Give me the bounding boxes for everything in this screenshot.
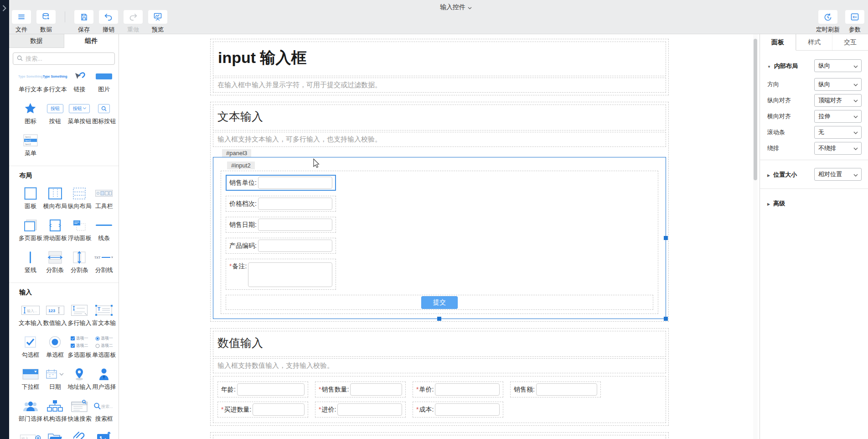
component-item[interactable]: 竖线 <box>18 250 43 274</box>
component-item[interactable]: TXT分割线 <box>92 250 116 274</box>
component-item[interactable]: 分割条 <box>43 250 67 274</box>
toolbar-button-undo[interactable]: 撤销 <box>99 10 118 34</box>
numeric-input[interactable] <box>435 383 500 396</box>
section-text-input[interactable]: 文本输入 输入框支持文本输入，可多行输入，也支持输入校验。 #panel3 #i… <box>210 102 669 322</box>
component-item[interactable]: 搜索...搜索框 <box>92 399 116 423</box>
toolbar-button-save[interactable]: 保存 <box>74 10 93 34</box>
component-item[interactable]: 按钮 菜单按钮 <box>67 101 92 125</box>
tab-interaction[interactable]: 交互 <box>832 34 868 50</box>
component-item[interactable]: 面板 <box>18 186 43 210</box>
resize-handle-corner[interactable] <box>664 317 668 321</box>
toolbar-button-parameters[interactable]: X=参数 <box>845 10 864 34</box>
property-group-header[interactable]: ▼内部布局纵向 <box>760 55 868 76</box>
component-item[interactable]: 123数值输入 <box>43 303 67 327</box>
component-item[interactable]: 多行输入 <box>67 303 92 327</box>
component-item[interactable]: 下拉框 <box>18 367 43 391</box>
form-text-input[interactable] <box>258 240 332 252</box>
component-item[interactable]: 滑动面板 <box>43 218 67 242</box>
component-item[interactable]: 用户选择 <box>92 367 116 391</box>
component-item[interactable]: Type Something单行文本 <box>18 69 43 94</box>
component-item[interactable]: 多页面板 <box>18 218 43 242</box>
property-select[interactable]: 相对位置 <box>814 168 862 181</box>
component-item[interactable]: 选项一选项二多选面板 <box>67 335 92 359</box>
resize-handle-bottom[interactable] <box>437 317 441 321</box>
scrollbar-thumb[interactable] <box>754 39 757 180</box>
page-header-block[interactable]: input 输入框 在输入框中输入并显示字符，可用于提交或过滤数据。 <box>210 39 669 95</box>
component-item[interactable]: 图片 <box>92 69 116 94</box>
expand-chevron-icon[interactable] <box>2 5 7 14</box>
property-group-header[interactable]: ▶位置大小相对位置 <box>760 164 868 185</box>
toolbar-button-timer-refresh[interactable]: 定时刷新 <box>816 10 840 34</box>
property-group-header[interactable]: ▶高级 <box>760 193 868 214</box>
toolbar-button-database[interactable]: 数据 <box>36 10 56 34</box>
component-item[interactable]: Type Something多行文本 <box>43 69 67 94</box>
numeric-input[interactable] <box>253 403 305 416</box>
toolbar-button-file-menu[interactable]: 文件 <box>12 10 31 34</box>
component-item[interactable]: 快速搜索 <box>67 399 92 423</box>
numeric-input[interactable] <box>435 403 500 416</box>
component-item[interactable]: 输入...字段过滤 <box>18 431 43 439</box>
section-numeric-description[interactable]: 输入框支持数值输入，支持输入校验。 <box>213 358 666 373</box>
form-text-input[interactable] <box>258 198 332 210</box>
numeric-input[interactable] <box>337 403 402 416</box>
component-item[interactable]: Item1Item2Item3菜单 <box>18 133 43 157</box>
section-text-title-box[interactable]: 文本输入 <box>213 105 666 131</box>
component-item[interactable]: 链接 <box>67 69 92 94</box>
component-item[interactable]: 日期 <box>43 367 67 391</box>
component-item[interactable]: 单选框 <box>43 335 67 359</box>
component-item[interactable]: 图标按钮 <box>92 101 116 125</box>
property-select[interactable]: 顶端对齐 <box>814 94 862 107</box>
section-numeric-title: 数值输入 <box>217 335 661 350</box>
section-numeric-title-box[interactable]: 数值输入 <box>213 331 666 357</box>
form-text-input[interactable] <box>258 219 332 231</box>
component-item[interactable]: 选项一选项二单选面板 <box>92 335 116 359</box>
tab-components[interactable]: 组件 <box>64 34 119 48</box>
section-numeric-input[interactable]: 数值输入 输入框支持数值输入，支持输入校验。 年龄:*销售数量:*单价:销售额:… <box>210 328 669 426</box>
property-select[interactable]: 无 <box>814 126 862 139</box>
component-item[interactable]: 纵向布局 <box>67 186 92 210</box>
component-item[interactable]: 部门选择 <box>18 399 43 423</box>
section-filter-data[interactable]: 过滤数据 <box>210 432 669 439</box>
property-select[interactable]: 纵向 <box>814 59 862 72</box>
radio-icon <box>49 335 61 349</box>
svg-text:T: T <box>98 307 100 312</box>
tab-style[interactable]: 样式 <box>796 34 832 50</box>
toolbar-button-redo[interactable]: 重做 <box>124 10 143 34</box>
component-item[interactable]: 横向布局 <box>43 186 67 210</box>
numeric-input[interactable] <box>536 383 597 396</box>
component-item[interactable]: T富文本输 <box>92 303 116 327</box>
component-item[interactable]: 按钮按钮 <box>43 101 67 125</box>
property-select[interactable]: 不绕排 <box>814 142 862 155</box>
tab-data[interactable]: 数据 <box>9 34 64 48</box>
form-text-input[interactable] <box>258 177 332 189</box>
component-item[interactable]: 勾选框 <box>18 335 43 359</box>
component-item[interactable]: 上传附件 <box>67 431 92 439</box>
page-selector-dropdown[interactable]: 输入控件 <box>440 3 472 11</box>
page-description[interactable]: 在输入框中输入并显示字符，可用于提交或过滤数据。 <box>213 78 666 93</box>
component-item[interactable]: 线条 <box>92 218 116 242</box>
property-select[interactable]: 纵向 <box>814 78 862 91</box>
component-item[interactable]: 输入...文本输入 <box>18 303 43 327</box>
component-item[interactable]: 图标 <box>18 101 43 125</box>
menu-button-icon: 按钮 <box>69 101 90 115</box>
component-item[interactable]: 工具栏 <box>92 186 116 210</box>
form-textarea[interactable] <box>248 262 332 287</box>
section-text-description[interactable]: 输入框支持文本输入，可多行输入，也支持输入校验。 <box>213 132 666 147</box>
component-item[interactable]: 分割条 <box>67 250 92 274</box>
section-filter-title-box[interactable]: 过滤数据 <box>213 435 666 439</box>
component-item[interactable]: 上传图片 <box>92 431 116 439</box>
numeric-input[interactable] <box>237 383 305 396</box>
resize-handle-right[interactable] <box>664 236 668 240</box>
component-item[interactable]: 机构选择 <box>43 399 67 423</box>
submit-button[interactable]: 提交 <box>421 296 458 309</box>
page-title-box[interactable]: input 输入框 <box>213 42 666 76</box>
toolbar-button-preview[interactable]: 预览 <box>148 10 167 34</box>
selected-panel[interactable]: #input2 销售单位:价格档次:销售日期:产品编码:*备注: 提交 <box>213 157 666 319</box>
numeric-input[interactable] <box>350 383 402 396</box>
tab-panel[interactable]: 面板 <box>760 34 796 50</box>
component-item[interactable]: 地址输入 <box>67 367 92 391</box>
search-input[interactable] <box>26 55 111 62</box>
component-item[interactable]: 资源选择 <box>43 431 67 439</box>
property-select[interactable]: 拉伸 <box>814 110 862 123</box>
component-item[interactable]: 浮动面板 <box>67 218 92 242</box>
